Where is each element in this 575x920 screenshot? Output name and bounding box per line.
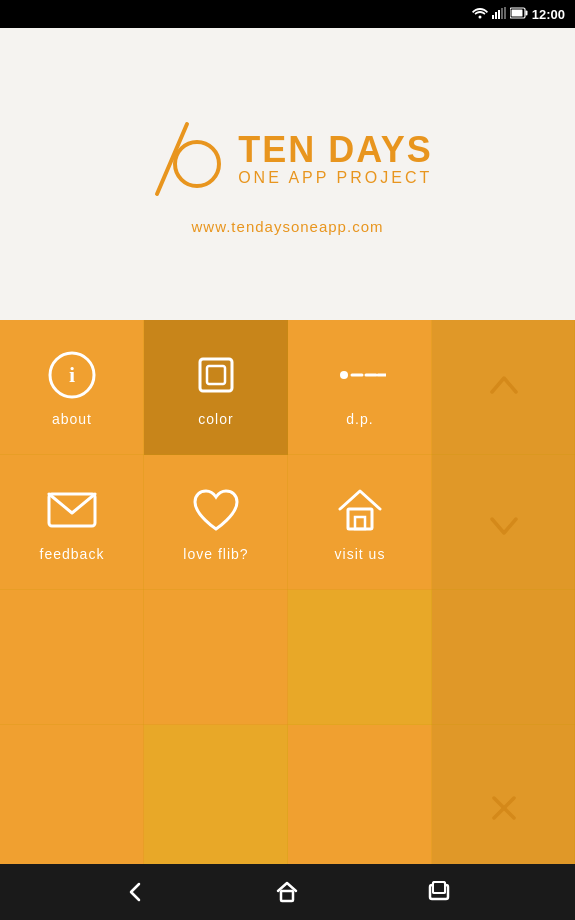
- svg-rect-24: [281, 891, 293, 901]
- arrow-up-cell[interactable]: [432, 320, 575, 455]
- logo-text: TEN DAYS ONE APP PROJECT: [238, 130, 433, 188]
- home-button[interactable]: [275, 880, 299, 904]
- logo-container: TEN DAYS ONE APP PROJECT: [142, 114, 433, 204]
- svg-text:i: i: [69, 362, 75, 387]
- svg-rect-5: [504, 7, 506, 19]
- main-grid: i about color d.p.: [0, 320, 575, 920]
- empty-cell-1: [0, 590, 144, 725]
- arrow-down-cell[interactable]: [432, 455, 575, 590]
- svg-point-15: [340, 371, 348, 379]
- logo-subtitle: ONE APP PROJECT: [238, 169, 433, 187]
- about-label: about: [52, 411, 92, 427]
- signal-icon: [492, 7, 506, 21]
- logo-url: www.tendaysoneapp.com: [192, 218, 384, 235]
- visit-label: visit us: [335, 546, 386, 562]
- battery-icon: [510, 7, 528, 21]
- color-icon: [190, 349, 242, 401]
- empty-cell-2: [144, 590, 288, 725]
- logo-symbol: [142, 114, 222, 204]
- svg-rect-14: [207, 366, 225, 384]
- love-label: love flib?: [183, 546, 248, 562]
- nav-bar: [0, 864, 575, 920]
- svg-line-9: [157, 124, 187, 194]
- logo-title: TEN DAYS: [238, 130, 433, 170]
- svg-rect-7: [525, 11, 527, 16]
- status-icons: 12:00: [472, 7, 565, 22]
- recents-button[interactable]: [427, 880, 451, 904]
- empty-cell-3: [288, 590, 432, 725]
- clock: 12:00: [532, 7, 565, 22]
- feedback-cell[interactable]: feedback: [0, 455, 144, 590]
- feedback-label: feedback: [40, 546, 105, 562]
- svg-rect-21: [355, 517, 365, 529]
- arrow-up-icon: [488, 370, 520, 406]
- svg-rect-26: [433, 882, 445, 893]
- svg-rect-13: [200, 359, 232, 391]
- svg-rect-3: [498, 10, 500, 19]
- dp-cell[interactable]: d.p.: [288, 320, 432, 455]
- svg-rect-2: [495, 12, 497, 19]
- svg-rect-4: [501, 8, 503, 19]
- wifi-icon: [472, 7, 488, 21]
- back-button[interactable]: [124, 880, 148, 904]
- dp-label: d.p.: [346, 411, 373, 427]
- about-cell[interactable]: i about: [0, 320, 144, 455]
- svg-rect-1: [492, 15, 494, 19]
- svg-point-10: [175, 142, 219, 186]
- arrow-down-icon: [488, 505, 520, 541]
- status-bar: 12:00: [0, 0, 575, 28]
- dp-icon: [334, 349, 386, 401]
- color-cell[interactable]: color: [144, 320, 288, 455]
- info-icon: i: [46, 349, 98, 401]
- header: TEN DAYS ONE APP PROJECT www.tendaysonea…: [0, 28, 575, 320]
- svg-rect-20: [348, 509, 372, 529]
- mail-icon: [46, 484, 98, 536]
- home-icon: [334, 484, 386, 536]
- heart-icon: [190, 484, 242, 536]
- love-cell[interactable]: love flib?: [144, 455, 288, 590]
- svg-rect-8: [511, 10, 522, 17]
- close-icon: [488, 792, 520, 824]
- empty-right-3: [432, 590, 575, 725]
- visit-cell[interactable]: visit us: [288, 455, 432, 590]
- svg-point-0: [478, 16, 481, 19]
- color-label: color: [198, 411, 233, 427]
